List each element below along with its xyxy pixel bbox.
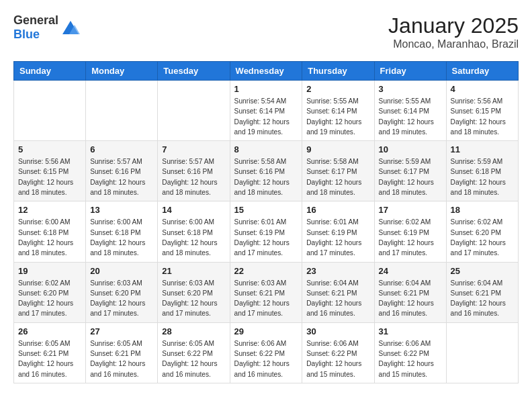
day-number: 24 xyxy=(379,266,442,276)
day-info: Sunrise: 6:05 AM Sunset: 6:21 PM Dayligh… xyxy=(18,338,81,379)
calendar-week-row: 19Sunrise: 6:02 AM Sunset: 6:20 PM Dayli… xyxy=(14,262,519,322)
calendar-cell: 1Sunrise: 5:54 AM Sunset: 6:14 PM Daylig… xyxy=(230,81,302,141)
calendar-cell: 11Sunrise: 5:59 AM Sunset: 6:18 PM Dayli… xyxy=(446,141,518,201)
calendar-cell: 23Sunrise: 6:04 AM Sunset: 6:21 PM Dayli… xyxy=(302,262,374,322)
month-title: January 2025 xyxy=(388,13,519,38)
calendar-cell xyxy=(446,322,518,383)
calendar-week-row: 1Sunrise: 5:54 AM Sunset: 6:14 PM Daylig… xyxy=(14,81,519,141)
day-number: 7 xyxy=(162,144,225,154)
day-info: Sunrise: 6:06 AM Sunset: 6:22 PM Dayligh… xyxy=(306,338,369,379)
day-info: Sunrise: 6:06 AM Sunset: 6:22 PM Dayligh… xyxy=(379,338,442,379)
day-info: Sunrise: 6:02 AM Sunset: 6:20 PM Dayligh… xyxy=(18,278,81,319)
calendar-cell: 18Sunrise: 6:02 AM Sunset: 6:20 PM Dayli… xyxy=(446,201,518,262)
day-info: Sunrise: 6:03 AM Sunset: 6:20 PM Dayligh… xyxy=(162,278,225,319)
day-info: Sunrise: 6:04 AM Sunset: 6:21 PM Dayligh… xyxy=(451,278,514,319)
calendar-cell: 4Sunrise: 5:56 AM Sunset: 6:15 PM Daylig… xyxy=(446,81,518,141)
calendar-cell: 12Sunrise: 6:00 AM Sunset: 6:18 PM Dayli… xyxy=(14,201,86,262)
calendar-cell: 19Sunrise: 6:02 AM Sunset: 6:20 PM Dayli… xyxy=(14,262,86,322)
day-info: Sunrise: 6:01 AM Sunset: 6:19 PM Dayligh… xyxy=(234,217,298,258)
calendar-day-header: Tuesday xyxy=(158,62,230,81)
calendar-cell: 22Sunrise: 6:03 AM Sunset: 6:21 PM Dayli… xyxy=(230,262,302,322)
logo-icon xyxy=(60,18,81,37)
day-number: 2 xyxy=(306,84,369,94)
calendar-cell xyxy=(86,81,158,141)
day-number: 8 xyxy=(234,144,298,154)
day-number: 18 xyxy=(451,205,514,215)
location-title: Moncao, Maranhao, Brazil xyxy=(388,38,519,50)
calendar-header-row: SundayMondayTuesdayWednesdayThursdayFrid… xyxy=(14,62,519,81)
day-info: Sunrise: 5:55 AM Sunset: 6:14 PM Dayligh… xyxy=(306,96,369,137)
day-info: Sunrise: 5:56 AM Sunset: 6:15 PM Dayligh… xyxy=(18,156,81,197)
calendar-cell: 10Sunrise: 5:59 AM Sunset: 6:17 PM Dayli… xyxy=(374,141,446,201)
calendar-cell: 26Sunrise: 6:05 AM Sunset: 6:21 PM Dayli… xyxy=(14,322,86,383)
day-info: Sunrise: 6:03 AM Sunset: 6:21 PM Dayligh… xyxy=(234,278,298,319)
day-info: Sunrise: 6:04 AM Sunset: 6:21 PM Dayligh… xyxy=(379,278,442,319)
day-number: 1 xyxy=(234,84,298,94)
calendar-cell: 2Sunrise: 5:55 AM Sunset: 6:14 PM Daylig… xyxy=(302,81,374,141)
day-info: Sunrise: 6:05 AM Sunset: 6:21 PM Dayligh… xyxy=(90,338,153,379)
day-number: 17 xyxy=(379,205,442,215)
day-number: 23 xyxy=(306,266,369,276)
day-number: 21 xyxy=(162,266,225,276)
day-info: Sunrise: 5:58 AM Sunset: 6:17 PM Dayligh… xyxy=(306,156,369,197)
calendar-cell: 31Sunrise: 6:06 AM Sunset: 6:22 PM Dayli… xyxy=(374,322,446,383)
calendar-cell: 20Sunrise: 6:03 AM Sunset: 6:20 PM Dayli… xyxy=(86,262,158,322)
day-number: 15 xyxy=(234,205,298,215)
day-info: Sunrise: 6:01 AM Sunset: 6:19 PM Dayligh… xyxy=(306,217,369,258)
calendar-cell: 21Sunrise: 6:03 AM Sunset: 6:20 PM Dayli… xyxy=(158,262,230,322)
day-number: 13 xyxy=(90,205,153,215)
day-number: 5 xyxy=(18,144,81,154)
day-number: 4 xyxy=(451,84,514,94)
calendar-cell: 8Sunrise: 5:58 AM Sunset: 6:16 PM Daylig… xyxy=(230,141,302,201)
day-info: Sunrise: 6:04 AM Sunset: 6:21 PM Dayligh… xyxy=(306,278,369,319)
day-number: 28 xyxy=(162,326,225,336)
calendar-table: SundayMondayTuesdayWednesdayThursdayFrid… xyxy=(13,61,519,383)
day-number: 14 xyxy=(162,205,225,215)
calendar-cell xyxy=(14,81,86,141)
day-number: 31 xyxy=(379,326,442,336)
day-number: 29 xyxy=(234,326,298,336)
day-number: 19 xyxy=(18,266,81,276)
day-info: Sunrise: 6:05 AM Sunset: 6:22 PM Dayligh… xyxy=(162,338,225,379)
day-info: Sunrise: 5:58 AM Sunset: 6:16 PM Dayligh… xyxy=(234,156,298,197)
calendar-cell: 13Sunrise: 6:00 AM Sunset: 6:18 PM Dayli… xyxy=(86,201,158,262)
day-number: 9 xyxy=(306,144,369,154)
calendar-day-header: Monday xyxy=(86,62,158,81)
calendar-cell: 6Sunrise: 5:57 AM Sunset: 6:16 PM Daylig… xyxy=(86,141,158,201)
day-info: Sunrise: 5:55 AM Sunset: 6:14 PM Dayligh… xyxy=(379,96,442,137)
day-number: 20 xyxy=(90,266,153,276)
calendar-day-header: Thursday xyxy=(302,62,374,81)
calendar-cell xyxy=(158,81,230,141)
day-number: 30 xyxy=(306,326,369,336)
day-number: 6 xyxy=(90,144,153,154)
calendar-cell: 14Sunrise: 6:00 AM Sunset: 6:18 PM Dayli… xyxy=(158,201,230,262)
calendar-cell: 27Sunrise: 6:05 AM Sunset: 6:21 PM Dayli… xyxy=(86,322,158,383)
calendar-cell: 29Sunrise: 6:06 AM Sunset: 6:22 PM Dayli… xyxy=(230,322,302,383)
day-info: Sunrise: 5:54 AM Sunset: 6:14 PM Dayligh… xyxy=(234,96,298,137)
day-number: 22 xyxy=(234,266,298,276)
day-number: 16 xyxy=(306,205,369,215)
day-info: Sunrise: 5:59 AM Sunset: 6:17 PM Dayligh… xyxy=(379,156,442,197)
page-header: General Blue January 2025 Moncao, Maranh… xyxy=(13,13,519,50)
calendar-week-row: 5Sunrise: 5:56 AM Sunset: 6:15 PM Daylig… xyxy=(14,141,519,201)
calendar-cell: 3Sunrise: 5:55 AM Sunset: 6:14 PM Daylig… xyxy=(374,81,446,141)
calendar-day-header: Saturday xyxy=(446,62,518,81)
calendar-cell: 16Sunrise: 6:01 AM Sunset: 6:19 PM Dayli… xyxy=(302,201,374,262)
day-info: Sunrise: 6:02 AM Sunset: 6:19 PM Dayligh… xyxy=(379,217,442,258)
calendar-cell: 25Sunrise: 6:04 AM Sunset: 6:21 PM Dayli… xyxy=(446,262,518,322)
day-number: 10 xyxy=(379,144,442,154)
logo-text: General Blue xyxy=(13,13,58,42)
calendar-cell: 17Sunrise: 6:02 AM Sunset: 6:19 PM Dayli… xyxy=(374,201,446,262)
calendar-cell: 5Sunrise: 5:56 AM Sunset: 6:15 PM Daylig… xyxy=(14,141,86,201)
day-info: Sunrise: 6:03 AM Sunset: 6:20 PM Dayligh… xyxy=(90,278,153,319)
day-info: Sunrise: 6:00 AM Sunset: 6:18 PM Dayligh… xyxy=(90,217,153,258)
calendar-day-header: Wednesday xyxy=(230,62,302,81)
calendar-day-header: Friday xyxy=(374,62,446,81)
day-number: 26 xyxy=(18,326,81,336)
calendar-cell: 15Sunrise: 6:01 AM Sunset: 6:19 PM Dayli… xyxy=(230,201,302,262)
day-info: Sunrise: 6:02 AM Sunset: 6:20 PM Dayligh… xyxy=(451,217,514,258)
day-info: Sunrise: 6:00 AM Sunset: 6:18 PM Dayligh… xyxy=(18,217,81,258)
day-info: Sunrise: 5:57 AM Sunset: 6:16 PM Dayligh… xyxy=(162,156,225,197)
day-number: 11 xyxy=(451,144,514,154)
day-number: 3 xyxy=(379,84,442,94)
